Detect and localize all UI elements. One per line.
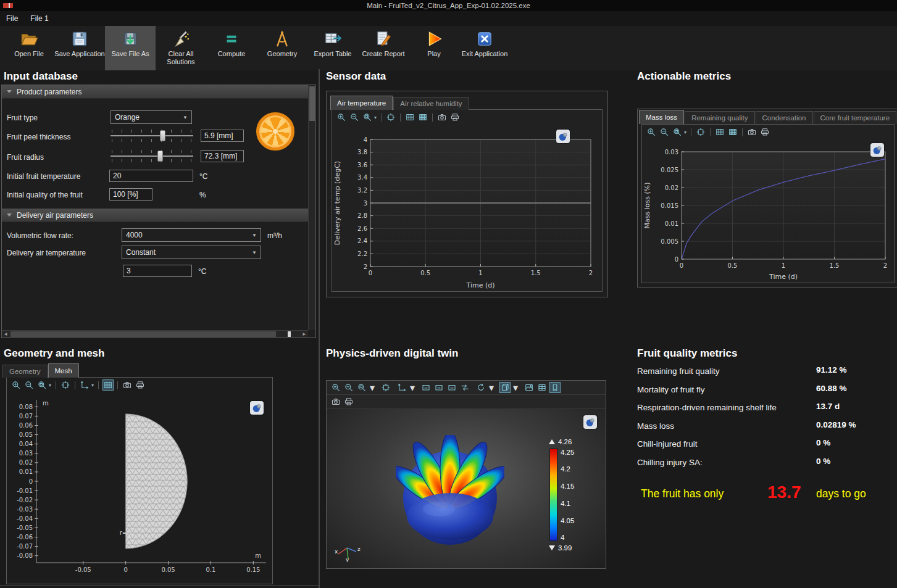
grid-major-icon[interactable]	[405, 112, 415, 122]
twin-3d-scene[interactable]: 4.26 4.254.24.154.14.054 3.99 xyz	[327, 409, 606, 568]
panel-icon[interactable]	[550, 383, 560, 392]
comsol-logo-button[interactable]	[556, 130, 570, 143]
zoom-in-icon[interactable]	[11, 380, 21, 390]
export-table-button[interactable]: Export Table	[307, 26, 358, 70]
zoom-out-icon[interactable]	[659, 127, 669, 137]
rotate-icon[interactable]	[476, 383, 486, 392]
sensor-tab-air-temperature[interactable]: Air temperature	[330, 96, 393, 110]
geometry-tab-geometry[interactable]: Geometry	[2, 365, 48, 378]
peel-thickness-value[interactable]: 5.9 [mm]	[201, 130, 244, 142]
print-icon[interactable]	[135, 380, 145, 390]
chevron-down-icon[interactable]: ▾	[513, 382, 518, 394]
save-file-as-button[interactable]: Save File As	[105, 26, 156, 70]
peel-thickness-slider[interactable]	[111, 128, 193, 144]
slider-thumb[interactable]	[160, 130, 165, 141]
initial-quality-input[interactable]: 100 [%]	[109, 188, 152, 201]
slider-thumb[interactable]	[157, 151, 163, 162]
product-parameters-header[interactable]: Product parameters	[2, 85, 308, 99]
delivery-air-temp-select[interactable]: Constant ▼	[122, 246, 261, 259]
metrics-tab-core-fruit-temperature[interactable]: Core fruit temperature	[814, 111, 897, 124]
mesh-plot-canvas[interactable]: 0.080.070.060.050.040.030.020.010-0.01-0…	[7, 392, 272, 584]
geometry-button[interactable]: Geometry	[257, 26, 307, 70]
menu-file1[interactable]: File 1	[30, 14, 48, 23]
chevron-down-icon[interactable]: ▾	[91, 383, 94, 388]
grid-major-icon[interactable]	[103, 380, 113, 390]
scrollbar-thumb[interactable]	[10, 331, 276, 337]
horizontal-scrollbar[interactable]: ◄ ►	[2, 330, 308, 337]
zoom-extents-icon[interactable]	[696, 127, 706, 137]
comsol-logo-button[interactable]	[870, 143, 884, 157]
clear-all-solutions-button[interactable]: Clear All Solutions	[156, 26, 206, 70]
window-title: Main - FruiTed_v2_Citrus_App_Exp-01.02.2…	[367, 2, 530, 9]
plane-yz-icon[interactable]: yz	[434, 383, 444, 392]
cube-icon[interactable]	[500, 383, 510, 392]
zoom-box-icon[interactable]	[362, 112, 372, 122]
metrics-tab-mass-loss[interactable]: Mass loss	[639, 110, 684, 124]
zoom-in-icon[interactable]	[331, 383, 341, 392]
zoom-box-icon[interactable]	[672, 127, 682, 137]
sensor-plot-canvas[interactable]: 00.511.5222.22.42.62.833.23.43.63.84Time…	[332, 125, 602, 291]
zoom-box-icon[interactable]	[357, 383, 367, 392]
menu-file[interactable]: File	[6, 14, 18, 23]
scene-icon[interactable]	[524, 383, 534, 392]
print-icon[interactable]	[450, 112, 460, 122]
chevron-down-icon[interactable]: ▾	[49, 383, 51, 388]
delivery-air-parameters-header[interactable]: Delivery air parameters	[2, 209, 308, 222]
zoom-in-icon[interactable]	[646, 127, 656, 137]
table-icon[interactable]	[537, 383, 547, 392]
camera-icon[interactable]	[747, 127, 757, 137]
create-report-button[interactable]: Create Report	[358, 26, 409, 70]
massloss-plot-canvas[interactable]: 00.511.5200.0050.010.0150.020.0250.03Tim…	[642, 139, 894, 283]
scrollbar-thumb[interactable]	[309, 86, 315, 121]
open-file-button[interactable]: Open File	[4, 26, 54, 70]
grid-all-icon[interactable]	[728, 127, 738, 137]
grid-major-icon[interactable]	[715, 127, 725, 137]
camera-icon[interactable]	[331, 397, 341, 407]
save-application-button[interactable]: Save Application	[54, 26, 105, 70]
zoom-extents-icon[interactable]	[60, 380, 70, 390]
zoom-out-icon[interactable]	[344, 383, 354, 392]
zoom-out-icon[interactable]	[349, 112, 359, 122]
fruit-radius-slider[interactable]	[111, 148, 193, 164]
chevron-down-icon[interactable]: ▾	[374, 115, 377, 120]
camera-icon[interactable]	[122, 380, 132, 390]
print-icon[interactable]	[760, 127, 770, 137]
camera-icon[interactable]	[437, 112, 447, 122]
fruit-type-select[interactable]: Orange ▼	[111, 110, 192, 124]
compute-button[interactable]: Compute	[206, 26, 257, 70]
zoom-out-icon[interactable]	[24, 380, 34, 390]
svg-text:2: 2	[883, 262, 887, 269]
print-icon[interactable]	[344, 397, 354, 407]
vertical-scrollbar[interactable]	[308, 85, 315, 330]
comsol-logo-button[interactable]	[250, 401, 264, 415]
plane-xz-icon[interactable]: xz	[447, 383, 457, 392]
zoom-extents-icon[interactable]	[386, 112, 396, 122]
flip-icon[interactable]	[460, 383, 470, 392]
scroll-right-icon[interactable]: ►	[302, 331, 307, 338]
fruit-3d-visualization[interactable]	[396, 435, 504, 550]
sensor-tab-air-relative-humidity[interactable]: Air relative humidity	[393, 97, 469, 110]
chevron-down-icon[interactable]: ▾	[370, 382, 375, 394]
geometry-tab-mesh[interactable]: Mesh	[48, 363, 79, 378]
chevron-down-icon[interactable]: ▾	[410, 382, 415, 394]
scroll-left-icon[interactable]: ◄	[3, 331, 8, 338]
metrics-tab-condensation[interactable]: Condensation	[756, 111, 813, 124]
comsol-logo-button[interactable]	[583, 415, 597, 429]
grid-all-icon[interactable]	[418, 112, 428, 122]
view-axes-icon[interactable]	[80, 380, 90, 390]
zoom-extents-icon[interactable]	[381, 383, 391, 392]
play-button[interactable]: Play	[409, 26, 459, 70]
exit-application-button[interactable]: Exit Application	[459, 26, 510, 70]
plane-xy-icon[interactable]: xy	[421, 383, 431, 392]
fruit-radius-value[interactable]: 72.3 [mm]	[201, 150, 244, 162]
flow-rate-select[interactable]: 4000 ▼	[122, 228, 261, 242]
view-axes-icon[interactable]	[397, 383, 407, 392]
metrics-tab-remaining-quality[interactable]: Remaining quality	[685, 111, 754, 124]
setpoint-temp-input[interactable]: 3	[123, 265, 192, 277]
initial-temp-input[interactable]: 20	[109, 170, 193, 182]
zoom-in-icon[interactable]	[336, 112, 346, 122]
zoom-box-icon[interactable]	[37, 380, 47, 390]
splitter-handle[interactable]	[288, 331, 291, 337]
chevron-down-icon[interactable]: ▾	[489, 382, 494, 394]
chevron-down-icon[interactable]: ▾	[684, 130, 686, 135]
